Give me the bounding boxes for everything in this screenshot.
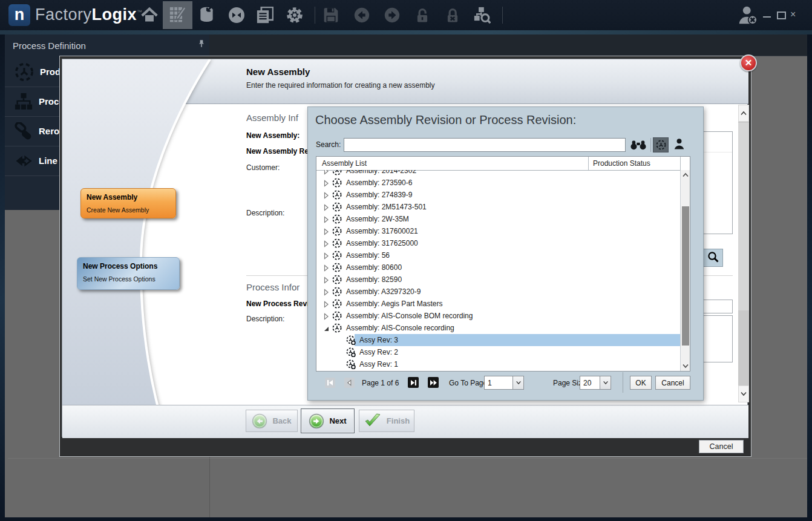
settings-gear-icon[interactable]: [286, 7, 303, 24]
expander-icon[interactable]: [323, 312, 330, 321]
expander-icon[interactable]: [323, 215, 330, 224]
expander-icon[interactable]: [323, 170, 330, 175]
assembly-row-label: Assembly: Aegis Part Masters: [346, 300, 442, 308]
assembly-row-label: Assy Rev: 3: [359, 336, 398, 344]
assembly-row-label: Assembly: A3297320-9: [346, 287, 421, 296]
previous-page-icon: [345, 379, 353, 387]
reports-icon[interactable]: [257, 7, 273, 24]
goto-page-select[interactable]: 1: [484, 376, 524, 390]
expander-icon[interactable]: [323, 240, 330, 248]
search-input[interactable]: [344, 138, 626, 152]
wizard-scrollbar[interactable]: [738, 105, 749, 402]
assembly-tree-row[interactable]: Assembly: 2M51473-501: [316, 201, 680, 213]
chevron-down-icon[interactable]: [682, 364, 689, 369]
assembly-tree-row[interactable]: Assembly: AIS-Console recording: [316, 322, 680, 334]
chevron-up-icon[interactable]: [682, 172, 689, 177]
scroll-up-button[interactable]: [738, 105, 749, 122]
assembly-tree-row[interactable]: Assy Rev: 1: [316, 358, 680, 370]
page-size-select[interactable]: 20: [580, 376, 611, 390]
previous-page-button[interactable]: [344, 378, 355, 388]
column-assembly-list[interactable]: Assembly List: [322, 159, 367, 168]
process-description-textarea[interactable]: [703, 315, 733, 362]
host-cancel-button[interactable]: Cancel: [699, 440, 744, 453]
wizard-step-new-assembly[interactable]: New Assembly Create New Assembly: [80, 188, 176, 218]
back-arrow-icon: [252, 413, 267, 429]
assembly-tree-row[interactable]: Assembly: 82590: [316, 274, 680, 286]
last-page-button[interactable]: [428, 377, 439, 388]
titlebar-accent-strip: [0, 30, 812, 34]
assembly-tree-row[interactable]: Assembly: 2014-2302: [316, 170, 680, 177]
navigate-back-icon[interactable]: [354, 7, 370, 23]
data-import-icon[interactable]: [198, 6, 215, 24]
assembly-tree-row[interactable]: Assembly: A3297320-9: [316, 286, 680, 298]
assembly-search-button[interactable]: [703, 249, 723, 267]
ok-button[interactable]: OK: [630, 376, 652, 390]
operator-filter-icon[interactable]: [673, 138, 685, 149]
expander-icon[interactable]: [323, 324, 330, 333]
dialog-close-button[interactable]: ✕: [740, 54, 757, 71]
unlock-icon[interactable]: [414, 7, 430, 23]
save-icon[interactable]: [323, 7, 339, 23]
expander-icon[interactable]: [323, 179, 330, 188]
lock-discard-icon[interactable]: [445, 7, 460, 23]
navigate-forward-icon[interactable]: [384, 7, 400, 23]
picker-cancel-button[interactable]: Cancel: [655, 376, 690, 390]
assembly-icon: [332, 170, 342, 175]
expander-icon[interactable]: [323, 203, 330, 212]
scrollbar-thumb[interactable]: [682, 206, 689, 346]
first-page-button[interactable]: [325, 378, 335, 388]
scroll-down-button[interactable]: [738, 385, 749, 402]
reroute-links-icon: [15, 122, 33, 140]
new-process-revision-label: New Process Revi: [246, 300, 309, 308]
expander-icon[interactable]: [323, 264, 330, 272]
expander-icon[interactable]: [323, 252, 330, 260]
pin-icon[interactable]: [197, 39, 206, 48]
dropdown-arrow-icon[interactable]: [512, 376, 523, 389]
assembly-tree-row[interactable]: Assembly: 80600: [316, 261, 680, 274]
assembly-tree-row[interactable]: Assembly: Aegis Part Masters: [316, 298, 680, 310]
minimize-button[interactable]: [763, 16, 771, 18]
next-page-button[interactable]: [408, 377, 419, 388]
assembly-icon: [332, 202, 342, 212]
assembly-tree-row[interactable]: Assembly: 274839-9: [316, 189, 680, 201]
wizard-step-new-process-options[interactable]: New Process Options Set New Process Opti…: [77, 257, 180, 290]
finish-button[interactable]: Finish: [359, 410, 414, 432]
new-process-revision-field[interactable]: [703, 300, 733, 313]
scrollbar-thumb[interactable]: [738, 123, 749, 310]
assembly-tree-row[interactable]: Assembly: AIS-Console BOM recording: [316, 310, 680, 322]
audit-search-icon[interactable]: [474, 7, 491, 24]
next-button[interactable]: Next: [301, 408, 355, 433]
assembly-tree-viewport[interactable]: Assembly: 2014-2302 Assembly: 273590-6 A…: [316, 170, 680, 371]
assembly-tree-row[interactable]: Assembly: 2W-35M: [316, 213, 680, 225]
assembly-tree-row[interactable]: Assembly: 273590-6: [316, 177, 680, 189]
assembly-tree-row[interactable]: Assembly: 317600021: [316, 225, 680, 237]
assembly-list: Assembly List Production Status Assembly…: [316, 156, 690, 372]
home-icon[interactable]: [141, 7, 158, 24]
column-separator[interactable]: [588, 157, 589, 170]
assembly-tree-row[interactable]: Assembly: 56: [316, 249, 680, 261]
expander-icon[interactable]: [323, 228, 330, 236]
assembly-tree-row[interactable]: Assy Rev: 2: [316, 346, 680, 358]
list-scrollbar[interactable]: [680, 170, 690, 371]
sync-icon[interactable]: [228, 7, 245, 24]
expander-icon[interactable]: [323, 288, 330, 297]
expander-icon[interactable]: [323, 276, 330, 284]
expander-icon[interactable]: [323, 191, 330, 200]
expander-icon[interactable]: [323, 300, 330, 309]
assembly-filter-toggle[interactable]: [653, 137, 669, 152]
process-design-icon[interactable]: [169, 7, 186, 24]
back-button[interactable]: Back: [246, 410, 298, 432]
assembly-row-label: Assembly: 2W-35M: [346, 215, 409, 223]
close-window-button[interactable]: ×: [790, 9, 796, 20]
assembly-icon: [346, 335, 356, 345]
assembly-icon: [332, 323, 342, 333]
binoculars-icon[interactable]: [630, 139, 647, 151]
customer-textarea[interactable]: [703, 131, 733, 234]
maximize-button[interactable]: [777, 11, 786, 19]
assembly-tree-row[interactable]: Assembly: 317625000: [316, 237, 680, 249]
toolbar-separator: [315, 7, 315, 24]
assembly-tree-row[interactable]: Assy Rev: 3: [316, 334, 680, 346]
dropdown-arrow-icon[interactable]: [600, 376, 611, 389]
user-logout-icon[interactable]: [738, 5, 758, 25]
column-production-status[interactable]: Production Status: [593, 159, 650, 168]
